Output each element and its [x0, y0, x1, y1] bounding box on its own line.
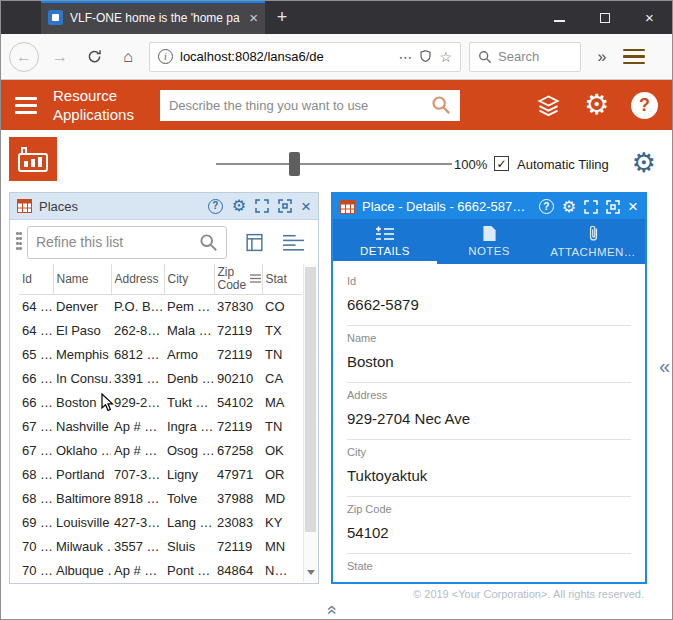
tab-attachments[interactable]: ATTACHMEN… — [541, 219, 645, 264]
cell-zip: 23083 — [214, 511, 262, 535]
field-value[interactable]: 929-2704 Nec Ave — [347, 410, 631, 428]
table-row[interactable]: 64 … El Paso 262-8… Mala … 72119 TX — [19, 319, 302, 343]
copyright-text: © 2019 <Your Corporation>. All rights re… — [301, 588, 644, 600]
column-header-name[interactable]: Name — [53, 264, 111, 295]
field-value[interactable]: MA — [347, 581, 631, 582]
scrollbar-thumb[interactable] — [305, 267, 316, 532]
panel-tile-icon[interactable] — [278, 199, 292, 213]
field-value[interactable]: 54102 — [347, 524, 631, 542]
refine-input[interactable] — [36, 234, 193, 250]
layers-icon[interactable] — [535, 92, 562, 119]
panel-close-icon[interactable]: × — [628, 198, 638, 215]
new-tab-button[interactable]: + — [265, 1, 299, 34]
places-scrollbar[interactable] — [303, 264, 317, 582]
drag-handle-icon[interactable] — [16, 232, 22, 252]
panel-help-icon[interactable]: ? — [539, 199, 554, 214]
automatic-tiling-checkbox[interactable]: ✓ — [494, 156, 509, 171]
column-header-zip[interactable]: Zip Code — [214, 264, 262, 295]
cell-address: 3391 … — [111, 367, 164, 391]
app-menu-button[interactable] — [15, 97, 37, 114]
browser-search-input[interactable] — [498, 49, 568, 64]
table-row[interactable]: 64 … Denver P.O. B… Pem … 37830 CO — [19, 295, 302, 319]
overflow-button[interactable]: » — [589, 44, 615, 70]
table-row[interactable]: 69 … Louisville 427-3… Lang … 23083 KY — [19, 511, 302, 535]
browser-tab[interactable]: VLF-ONE home is the 'home pa × — [41, 1, 265, 34]
window-minimize-button[interactable] — [537, 1, 582, 34]
details-panel: Place - Details - 6662-5879 … ? ⚙ × DETA… — [331, 192, 647, 584]
settings-gear-icon[interactable]: ⚙ — [584, 91, 609, 119]
sort-menu-icon[interactable] — [250, 274, 261, 283]
table-row[interactable]: 66 … In Consu… 3391 … Denb … 90210 CA — [19, 367, 302, 391]
window-close-button[interactable]: × — [627, 1, 672, 34]
search-bar[interactable] — [469, 42, 581, 72]
site-info-icon[interactable]: i — [158, 49, 173, 64]
row-view-icon[interactable] — [282, 233, 305, 252]
cell-state: TN — [262, 415, 302, 439]
table-row[interactable]: 67 … Nashville Ap # … Ingra … 72119 TN — [19, 415, 302, 439]
cell-address: 707-3… — [111, 463, 164, 487]
app-search-input[interactable] — [169, 98, 425, 113]
hamburger-icon — [15, 97, 37, 100]
framework-icon[interactable] — [9, 137, 57, 181]
table-row[interactable]: 70 … Albuque … Ap # … Pont … 84864 N… — [19, 559, 302, 583]
reload-button[interactable] — [81, 44, 107, 70]
panel-tile-icon[interactable] — [606, 200, 620, 214]
panel-gear-icon[interactable]: ⚙ — [232, 198, 246, 214]
favicon-icon — [48, 10, 63, 25]
table-row[interactable]: 68 … Baltimore 8918 … Tolve 37988 MD — [19, 487, 302, 511]
field-label: State — [347, 560, 631, 572]
forward-button[interactable]: → — [47, 44, 73, 70]
tiling-settings-gear-icon[interactable]: ⚙ — [632, 150, 656, 177]
tab-close-icon[interactable]: × — [249, 10, 258, 25]
app-search-box[interactable] — [160, 90, 460, 121]
panel-maximize-icon[interactable] — [584, 200, 598, 214]
panel-close-icon[interactable]: × — [301, 198, 311, 215]
back-button[interactable]: ← — [9, 42, 39, 72]
home-button[interactable]: ⌂ — [115, 44, 141, 70]
automatic-tiling-label[interactable]: Automatic Tiling — [517, 157, 609, 172]
field-value[interactable]: Tuktoyaktuk — [347, 467, 631, 485]
places-table: Id Name Address City Zip Code Stat 64 … … — [19, 264, 302, 582]
field-value[interactable]: 6662-5879 — [347, 296, 631, 314]
panel-gear-icon[interactable]: ⚙ — [562, 199, 576, 215]
nav-toolbar: ← → ⌂ i ⋯ ☆ » — [1, 34, 672, 80]
expand-bottom-panel-icon[interactable]: « — [324, 605, 342, 615]
window-maximize-button[interactable] — [582, 1, 627, 34]
table-row[interactable]: 67 … Oklaho … Ap # … Osog … 67258 OK — [19, 439, 302, 463]
column-header-id[interactable]: Id — [19, 264, 53, 295]
page-actions-icon[interactable]: ⋯ — [398, 50, 412, 64]
collapse-right-panel-icon[interactable]: « — [659, 356, 670, 376]
panel-maximize-icon[interactable] — [255, 199, 269, 213]
bookmark-star-icon[interactable]: ☆ — [439, 50, 452, 64]
table-row[interactable]: 66 … Boston 929-2… Tukt … 54102 MA — [19, 391, 302, 415]
firefox-menu-button[interactable] — [623, 49, 645, 65]
grid-icon — [17, 199, 32, 213]
refine-search-icon[interactable] — [199, 233, 218, 252]
table-row[interactable]: 70 … Milwauk … 3557 … Sluis 72119 MN — [19, 535, 302, 559]
tracking-shield-icon[interactable] — [419, 49, 432, 65]
app-search-icon[interactable] — [431, 95, 451, 115]
column-header-city[interactable]: City — [164, 264, 214, 295]
cell-zip: 72119 — [214, 319, 262, 343]
detail-field: City Tuktoyaktuk — [347, 440, 631, 497]
table-row[interactable]: 68 … Portland 707-3… Ligny 47971 OR — [19, 463, 302, 487]
field-value[interactable]: Boston — [347, 353, 631, 371]
cell-id: 66 … — [19, 367, 53, 391]
column-header-state[interactable]: Stat — [262, 264, 302, 295]
tab-notes[interactable]: NOTES — [437, 219, 541, 264]
address-bar[interactable]: i ⋯ ☆ — [149, 42, 461, 72]
column-header-address[interactable]: Address — [111, 264, 164, 295]
zoom-slider-track[interactable] — [216, 163, 452, 165]
scroll-down-icon[interactable] — [307, 570, 315, 575]
zoom-slider-handle[interactable] — [289, 152, 300, 176]
tab-details[interactable]: DETAILS — [333, 219, 437, 264]
url-input[interactable] — [180, 49, 391, 64]
panel-help-icon[interactable]: ? — [208, 199, 223, 214]
field-label: City — [347, 446, 631, 458]
refine-box[interactable] — [27, 226, 227, 259]
cell-state: N… — [262, 559, 302, 583]
help-icon[interactable]: ? — [631, 92, 658, 119]
list-view-icon[interactable] — [244, 232, 265, 253]
cell-state: CO — [262, 295, 302, 319]
table-row[interactable]: 65 … Memphis 6812 … Armo 72119 TN — [19, 343, 302, 367]
